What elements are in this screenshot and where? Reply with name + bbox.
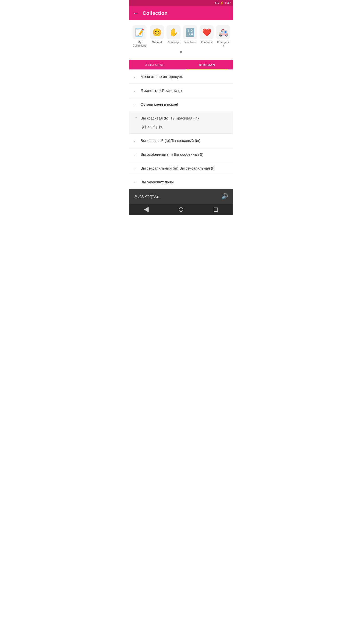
- phrase-chevron-icon: ⌄: [133, 116, 138, 120]
- phrase-main[interactable]: ⌄ Вы красивый (fo) Ты красивый (in): [129, 134, 233, 147]
- back-button[interactable]: ←: [133, 10, 139, 16]
- category-icon-romance: ❤️: [200, 25, 214, 39]
- phrase-main[interactable]: ⌄ Вы очаровательны: [129, 175, 233, 189]
- phrase-chevron-icon: ⌄: [133, 166, 138, 170]
- phrase-row: ⌄ Вы очаровательны: [129, 175, 233, 189]
- tab-russian[interactable]: RUSSIAN: [181, 60, 233, 69]
- phrase-main[interactable]: ⌄ Вы красивая (fo) Ты красивая (in): [129, 111, 233, 125]
- status-icons: 4G ⚡ 1:40: [215, 1, 231, 5]
- phrase-main[interactable]: ⌄ Вы особенный (m) Вы особенная (f): [129, 147, 233, 161]
- phrase-chevron-icon: ⌄: [133, 74, 138, 79]
- category-section: 📝 My Collections 😊 General ✋ Greetings 🔢…: [129, 20, 233, 60]
- page-title: Collection: [143, 10, 168, 16]
- phrase-text: Меня это не интересует.: [141, 74, 229, 79]
- phrase-main[interactable]: ⌄ Я занят (m) Я занята (f): [129, 84, 233, 97]
- recent-nav-icon: [214, 208, 218, 212]
- phrase-chevron-icon: ⌄: [133, 180, 138, 184]
- phrase-row: ⌄ Оставь меня в покое!: [129, 97, 233, 111]
- phrase-main[interactable]: ⌄ Вы сексапильный (m) Вы сексапильная (f…: [129, 161, 233, 175]
- tab-japanese[interactable]: JAPANESE: [129, 60, 181, 69]
- expand-chevron-icon[interactable]: ▼: [179, 50, 183, 55]
- phrase-row: ⌄ Вы особенный (m) Вы особенная (f): [129, 147, 233, 161]
- category-item-my-collections[interactable]: 📝 My Collections: [131, 24, 148, 48]
- phrase-chevron-icon: ⌄: [133, 152, 138, 156]
- category-row: 📝 My Collections 😊 General ✋ Greetings 🔢…: [129, 24, 233, 48]
- time-display: 1:40: [225, 1, 231, 5]
- category-item-greetings[interactable]: ✋ Greetings: [166, 24, 181, 48]
- phrase-text: Вы особенный (m) Вы особенная (f): [141, 152, 229, 156]
- category-icon-emergency: 🚑: [216, 25, 230, 39]
- category-item-general[interactable]: 😊 General: [149, 24, 165, 48]
- category-label-numbers: Numbers: [185, 41, 196, 44]
- category-icon-numbers: 🔢: [183, 25, 197, 39]
- tabs-bar: JAPANESERUSSIAN: [129, 60, 233, 69]
- category-item-emergency[interactable]: 🚑 Emergency: [215, 24, 231, 48]
- phrase-row: ⌄ Вы красивая (fo) Ты красивая (in) きれいで…: [129, 111, 233, 134]
- category-label-emergency: Emergency: [216, 41, 230, 47]
- toolbar: ← Collection: [129, 6, 233, 20]
- phrase-main[interactable]: ⌄ Меня это не интересует.: [129, 70, 233, 83]
- phrase-list: ⌄ Меня это не интересует. ⌄ Я занят (m) …: [129, 70, 233, 189]
- phrase-text: Вы красивый (fo) Ты красивый (in): [141, 138, 229, 143]
- player-text: きれいですね。: [134, 194, 162, 199]
- phrase-text: Вы красивая (fo) Ты красивая (in): [141, 116, 229, 120]
- player-bar: きれいですね。 🔊: [129, 189, 233, 204]
- phrase-row: ⌄ Вы сексапильный (m) Вы сексапильная (f…: [129, 161, 233, 175]
- category-item-numbers[interactable]: 🔢 Numbers: [182, 24, 198, 48]
- back-nav-icon: [144, 207, 149, 212]
- phrase-chevron-icon: ⌄: [133, 102, 138, 106]
- phrase-chevron-icon: ⌄: [133, 138, 138, 143]
- nav-home-button[interactable]: [173, 205, 189, 214]
- category-item-romance[interactable]: ❤️ Romance: [199, 24, 214, 48]
- phrase-text: Я занят (m) Я занята (f): [141, 88, 229, 93]
- nav-recent-button[interactable]: [208, 206, 224, 214]
- phrase-translation: きれいですね。: [129, 125, 233, 133]
- category-icon-my-collections: 📝: [132, 25, 147, 39]
- phrase-text: Оставь меня в покое!: [141, 102, 229, 106]
- nav-back-button[interactable]: [138, 205, 155, 214]
- category-label-greetings: Greetings: [167, 41, 179, 44]
- status-bar: 4G ⚡ 1:40: [129, 0, 233, 6]
- home-nav-icon: [179, 207, 183, 212]
- battery-icon: ⚡: [220, 1, 224, 5]
- category-icon-general: 😊: [150, 25, 164, 39]
- speaker-button[interactable]: 🔊: [221, 193, 228, 200]
- category-label-romance: Romance: [201, 41, 212, 44]
- phrase-chevron-icon: ⌄: [133, 88, 138, 93]
- phrase-row: ⌄ Меня это не интересует.: [129, 70, 233, 84]
- phrase-text: Вы сексапильный (m) Вы сексапильная (f): [141, 166, 229, 170]
- expand-row: ▼: [129, 48, 233, 58]
- signal-icon: 4G: [215, 1, 219, 5]
- phrase-main[interactable]: ⌄ Оставь меня в покое!: [129, 97, 233, 111]
- category-label-general: General: [152, 41, 162, 44]
- phrase-row: ⌄ Вы красивый (fo) Ты красивый (in): [129, 134, 233, 147]
- phrase-row: ⌄ Я занят (m) Я занята (f): [129, 84, 233, 97]
- category-label-my-collections: My Collections: [132, 41, 147, 47]
- nav-bar: [129, 204, 233, 215]
- category-icon-greetings: ✋: [166, 25, 180, 39]
- phrase-text: Вы очаровательны: [141, 180, 229, 184]
